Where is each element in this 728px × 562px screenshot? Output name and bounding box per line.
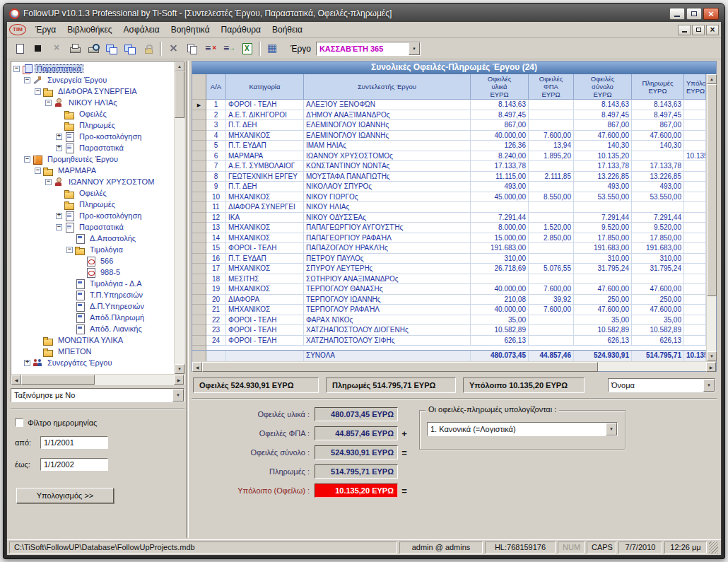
table-row[interactable]: 22ΦΟΡΟΙ - ΤΕΛΗΦΑΡΑΧ ΝΊΚΟς35,0035,0035,00 [192, 315, 706, 326]
expand-icon[interactable]: + [56, 145, 62, 151]
menu-item-Βοήθεια[interactable]: Βοήθεια [266, 23, 308, 37]
tree-item[interactable]: ΜΟΝΩΤΙΚΑ ΥΛΙΚΑ [11, 334, 174, 346]
tree-item[interactable]: +Προ-κοστολόγηση [11, 210, 174, 221]
tree-item[interactable]: Δ.Αποστολής [11, 233, 174, 244]
calculate-button[interactable]: Υπολογισμός >> [16, 488, 114, 503]
cut-button[interactable] [165, 40, 182, 57]
name-combobox[interactable]: Όνομα [608, 378, 715, 392]
chevron-down-icon[interactable] [606, 423, 617, 435]
tree-item[interactable]: Δ.Π.Υπηρεσιών [11, 300, 174, 312]
new-document-button[interactable] [11, 40, 28, 57]
menu-item-Παράθυρα[interactable]: Παράθυρα [216, 23, 266, 37]
excel-export-button[interactable] [238, 40, 256, 57]
tree-item[interactable]: Τιμολόγια - Δ.Α [11, 278, 174, 289]
table-row[interactable]: 23ΦΟΡΟΙ - ΤΕΛΗΧΑΤΖΗΑΠΟΣΤΟΛΟΥ ΔΙΟΓΕΝΗς10.… [192, 325, 706, 336]
tree-item[interactable]: −ΝΙΚΟΥ ΗΛΊΑς [11, 97, 174, 108]
print-button[interactable] [66, 40, 83, 57]
tree-item[interactable]: Απόδ. Λιανικής [11, 323, 174, 334]
tree-item[interactable]: Τ.Π.Υπηρεσιών [11, 289, 174, 300]
column-header[interactable]: Οφειλές σύνολο ΕΥΡΩ [574, 74, 632, 100]
scrollbar-track[interactable] [707, 296, 716, 351]
column-header[interactable]: Κατηγορία [226, 74, 304, 100]
collapse-icon[interactable]: − [35, 88, 41, 95]
table-row[interactable]: 2Α.Ε.Τ. ΔΙΚΗΓΟΡΟΙΔΉΜΟΥ ΑΝΑΞΊΜΑΝΔΡΟς8.497… [192, 110, 706, 121]
table-row[interactable]: 1ΦΟΡΟΙ - ΤΕΛΗΑΛΕΞΊΟΥ ΞΕΝΟΦΏΝ8.143,638.14… [192, 100, 706, 110]
table-row[interactable]: 6ΜΑΡΜΑΡΑΙΩΑΝΝΟΥ ΧΡΥΣΟΣΤΟΜΟς8.240,001.895… [192, 151, 706, 162]
scroll-right-icon[interactable] [706, 362, 716, 372]
table-row[interactable]: 16Π.Τ. ΕΥΔΑΠΠΕΤΡΟΥ ΠΑΥΛΟς310,00310,00310… [192, 254, 706, 264]
scrollbar-track[interactable] [95, 375, 174, 384]
title-bar[interactable]: FollowUP v10.1.3 Professional by Ti-Soft… [6, 4, 722, 21]
tree-item[interactable]: 988-5 [11, 267, 174, 278]
expand-icon[interactable]: + [24, 360, 30, 366]
menu-item-Ασφάλεια[interactable]: Ασφάλεια [118, 23, 165, 37]
table-row[interactable]: 10ΜΗΧΑΝΙΚΟΣΝΙΚΟΥ ΓΙΩΡΓΟς45.000,008.550,0… [192, 192, 706, 203]
scroll-left-icon[interactable] [192, 362, 202, 372]
menu-item-Βοηθητικά[interactable]: Βοηθητικά [165, 23, 216, 37]
lock-button[interactable] [139, 40, 157, 57]
table-row[interactable]: 12ΙΚΑΝΙΚΟΥ ΟΔΥΣΣΈΑς7.291,447.291,447.291… [192, 213, 706, 223]
scrollbar-track[interactable] [598, 362, 706, 371]
scrollbar-track[interactable] [175, 118, 184, 364]
tree-item[interactable]: Πληρωμές [11, 199, 174, 210]
scrollbar-thumb[interactable] [21, 375, 95, 385]
chevron-down-icon[interactable] [172, 389, 184, 402]
table-row[interactable]: 13ΜΗΧΑΝΙΚΟΣΠΑΠΑΓΕΩΡΓΊΟΥ ΑΥΓΟΥΣΤΉς8.000,0… [192, 223, 706, 233]
close-window-button[interactable] [703, 8, 719, 20]
scroll-down-icon[interactable] [175, 364, 184, 374]
tree-item[interactable]: +Παραστατικά [11, 142, 174, 153]
column-header[interactable]: Οφειλές υλικά ΕΥΡΩ [471, 74, 529, 100]
mdi-close-button[interactable] [706, 25, 719, 35]
tree-item[interactable]: +Προ-κοστολόγηση [11, 131, 174, 142]
tree-item[interactable]: Οφειλές [11, 187, 174, 199]
tree-item[interactable]: −Παραστατικά [11, 63, 174, 74]
table-row[interactable]: 14ΜΗΧΑΝΙΚΟΣΠΑΠΑΓΕΩΡΓΙΟΥ ΡΑΦΑΉΛ15.000,002… [192, 233, 706, 244]
scroll-right-icon[interactable] [174, 375, 184, 385]
tree-item[interactable]: Οφειλές [11, 108, 174, 119]
collapse-icon[interactable]: − [45, 179, 52, 185]
tree-item[interactable]: ΜΠΕΤΟΝ [11, 346, 174, 357]
table-row[interactable]: 9Π.Τ. ΔΕΗΝΙΚΟΛΑΟΥ ΣΠΥΡΟς493,00493,00493,… [192, 182, 706, 192]
tree-item[interactable]: −ΜΑΡΜΑΡΑ [11, 165, 174, 176]
tree-item[interactable]: Απόδ.Πληρωμή [11, 312, 174, 323]
table-row[interactable]: 15ΦΟΡΟΙ - ΤΕΛΗΠΑΠΑΖΟΓΛΟΥ ΗΡΑΚΛΉς191.683,… [192, 243, 706, 254]
table-row[interactable]: 5Π.Τ. ΕΥΔΑΠΙΜΑΜ ΗΛΙΑς126,3613,94140,3014… [192, 141, 706, 151]
stop-button[interactable] [29, 40, 47, 57]
to-date-field[interactable]: 1/1/2002 [40, 458, 108, 471]
scrollbar-thumb[interactable] [707, 84, 717, 296]
expand-icon[interactable]: + [56, 134, 62, 140]
scrollbar-thumb[interactable] [175, 71, 184, 118]
print-preview-button[interactable] [84, 40, 102, 57]
grid-vertical-scrollbar[interactable] [706, 74, 716, 361]
table-row[interactable]: 18ΜΕΣΙΤΗΣΣΩΤΗΡΙΟΥ ΑΝΑΞΙΜΑΝΔΡΟς [192, 274, 706, 285]
tree-item[interactable]: −ΙΩΑΝΝΟΥ ΧΡΥΣΟΣΤΟΜ [11, 176, 174, 187]
sort-combobox[interactable]: Ταξινόμησε με Νο [11, 388, 184, 402]
data-grid-button[interactable] [264, 40, 281, 57]
date-filter-checkbox[interactable] [15, 418, 23, 427]
collapse-icon[interactable]: − [24, 77, 30, 83]
scroll-up-icon[interactable] [707, 74, 717, 84]
collapse-icon[interactable]: − [66, 247, 73, 253]
copy-button[interactable] [183, 40, 201, 57]
from-date-field[interactable]: 1/1/2001 [40, 436, 108, 449]
window-view-button[interactable] [102, 40, 120, 57]
tree-vertical-scrollbar[interactable] [174, 62, 184, 374]
column-header[interactable]: Α/Α [206, 74, 226, 100]
column-header[interactable]: Πληρωμές ΕΥΡΩ [632, 74, 684, 100]
maximize-button[interactable] [686, 8, 702, 20]
table-row[interactable]: 17ΜΗΧΑΝΙΚΟΣΣΠΥΡΟΥ ΛΕΥΤΕΡΗς26.718,695.076… [192, 264, 706, 274]
scroll-left-icon[interactable] [11, 375, 21, 385]
menu-item-Βιβλιοθήκες[interactable]: Βιβλιοθήκες [61, 23, 117, 37]
column-header[interactable]: Οφειλές ΦΠΑ ΕΥΡΩ [529, 74, 574, 100]
scrollbar-thumb[interactable] [202, 362, 598, 372]
scroll-down-icon[interactable] [707, 351, 717, 361]
collapse-icon[interactable]: − [56, 224, 62, 230]
table-row[interactable]: 7Α.Ε.Τ. ΣΥΜΒΟΛΑΙΟΓΚΩΝΣΤΑΝΤΙΝΟΥ ΝΩΝΤΑς17.… [192, 161, 706, 172]
tree-item[interactable]: 566 [11, 255, 174, 267]
tree-item[interactable]: +Συνεργάτες Έργου [11, 357, 174, 368]
tree-horizontal-scrollbar[interactable] [11, 374, 184, 384]
export-row-button[interactable] [220, 40, 237, 57]
table-row[interactable]: 24ΦΟΡΟΙ - ΤΕΛΗΧΑΤΖΗΑΠΟΣΤΟΛΟΥ ΣΙΦΗς626,13… [192, 336, 706, 346]
resize-grip[interactable] [709, 541, 718, 554]
scroll-up-icon[interactable] [175, 62, 184, 71]
